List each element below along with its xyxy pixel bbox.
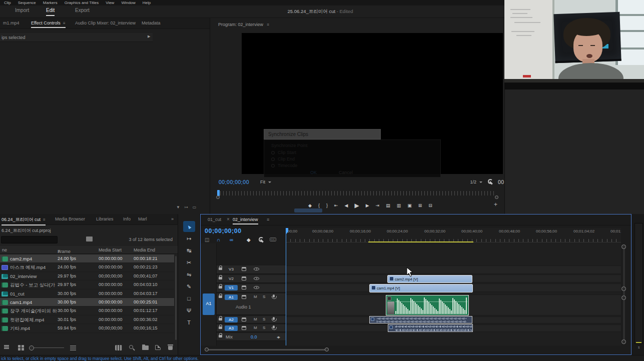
workspace-tab-export[interactable]: Export <box>75 8 90 15</box>
track-badge-a2[interactable]: A2 <box>225 317 238 322</box>
fit-dropdown[interactable]: Fit <box>260 180 271 184</box>
sync-lock-icon[interactable] <box>242 326 246 330</box>
project-tab-06-24-프리미어-cut[interactable]: 06.24_프리미어 cut≡ <box>2 216 46 226</box>
media-row-01-cut[interactable]: 01_cut30.00 fps00:00:00:0000:04:03:17 <box>0 290 174 298</box>
sync-lock-icon[interactable] <box>242 286 246 290</box>
project-tab-media-browser[interactable]: Media Browser <box>55 216 85 222</box>
track-badge-a3[interactable]: A3 <box>225 326 238 331</box>
add-marker-button[interactable]: ◆ <box>308 203 312 208</box>
timeline-horizontal-scrollbar[interactable] <box>205 348 621 352</box>
track-select-forward-tool[interactable]: ↦ <box>183 233 195 244</box>
media-row-cam1-mp4[interactable]: cam1.mp430.00 fps00:00:00:0000:00:25:01 <box>0 298 174 306</box>
mix-value[interactable]: 0.0 <box>251 334 257 340</box>
clip-cam2-audio[interactable] <box>386 295 469 316</box>
column-media-start[interactable]: Media Start <box>99 248 122 252</box>
mute-button[interactable]: M <box>254 317 257 322</box>
extract-button[interactable]: ▥ <box>397 203 401 208</box>
playhead-timecode[interactable]: 00;00;00;00 <box>219 179 249 185</box>
sync-lock-icon[interactable] <box>242 276 246 280</box>
close-icon[interactable]: × <box>227 216 230 222</box>
project-tab-libraries[interactable]: Libraries <box>96 216 114 222</box>
track-badge-v1[interactable]: V1 <box>225 285 238 290</box>
nest-toggle-icon[interactable]: ◫ <box>205 237 209 242</box>
overwrite-button[interactable]: ⊟ <box>428 203 432 208</box>
panel-menu-icon[interactable]: ≡ <box>267 217 269 222</box>
timeline-track-area[interactable]: ;00;0000;00;08;0000;00;16;0000;00;24;000… <box>286 228 621 346</box>
go-to-out-button[interactable]: ⇥ <box>376 203 380 208</box>
media-row-cam2-mp4[interactable]: cam2.mp424.00 fps00:00:00:0000:00:18:21 <box>0 254 174 263</box>
menu-clip[interactable]: Clip <box>4 0 11 5</box>
dialog-option-clip-end[interactable]: Clip End <box>271 156 295 162</box>
zoom-handle-right[interactable] <box>325 348 329 352</box>
razor-tool[interactable]: ✂ <box>183 257 195 268</box>
filter-icon[interactable]: ▼ <box>176 205 180 210</box>
program-monitor-title[interactable]: Program: 02_interview ≡ <box>218 22 269 27</box>
menu-graphics-and-titles[interactable]: Graphics and Titles <box>65 0 99 5</box>
timeline-timecode[interactable]: 00;00;00;00 <box>205 228 242 234</box>
sync-lock-icon[interactable] <box>242 267 246 271</box>
track-badge-v2[interactable]: V2 <box>225 276 238 282</box>
new-item-icon[interactable] <box>155 345 161 350</box>
workspace-tab-import[interactable]: Import <box>15 8 29 15</box>
mix-track-header[interactable]: Mix0.0◂▸ <box>217 333 286 341</box>
clip-cam1-video[interactable]: cam1.mp4 [V] <box>369 284 473 292</box>
track-header-a1[interactable]: A1MSAudio 1 <box>217 294 286 315</box>
thumbnail-zoom-slider[interactable] <box>31 348 64 348</box>
sync-lock-icon[interactable] <box>242 295 246 299</box>
timeline-vertical-scrollbar[interactable] <box>623 244 625 344</box>
mute-button[interactable]: M <box>254 294 257 299</box>
button-editor-plus[interactable]: + <box>494 201 497 208</box>
icon-view-icon[interactable] <box>18 345 21 348</box>
solo-button[interactable]: S <box>263 317 265 322</box>
track-header-v3[interactable]: V3 <box>217 266 286 274</box>
panel-tab-audio-clip-mixer-02-interview[interactable]: Audio Clip Mixer: 02_interview <box>75 20 136 26</box>
hand-tool[interactable]: Ψ <box>183 305 195 316</box>
lock-icon[interactable] <box>219 268 222 270</box>
zoom-handle-left[interactable] <box>205 348 209 352</box>
lock-icon[interactable] <box>219 277 222 280</box>
media-row-장구-개미술-개미의-하[interactable]: 장구 개미술(개미의 하30.00 fps00:00:00:0000:01:12… <box>0 306 174 315</box>
menu-window[interactable]: Window <box>121 0 135 5</box>
pen-tool[interactable]: ✎ <box>183 281 195 292</box>
expand-icon[interactable]: ▶ <box>148 34 150 38</box>
media-row-기타-mp4[interactable]: 기타.mp459.94 fps00;00;00;0000;00;16;15 <box>0 324 174 332</box>
snap-icon[interactable]: ∩ <box>217 237 220 242</box>
track-header-a2[interactable]: A2MS <box>217 316 286 324</box>
toggle-output-eye-icon[interactable] <box>254 286 259 289</box>
panel-tab-metadata[interactable]: Metadata <box>142 20 161 26</box>
lock-icon[interactable] <box>219 286 222 288</box>
media-row-컷편집예제-mp4[interactable]: 컷편집예제.mp430.01 fps00:00:00:0000:00:36:02 <box>0 316 174 324</box>
toggle-output-eye-icon[interactable] <box>254 277 259 280</box>
project-tab-marl[interactable]: Marl <box>138 216 147 222</box>
scrub-handle-left[interactable] <box>216 196 220 199</box>
step-back-button[interactable]: ◀ <box>345 203 348 208</box>
cancel-button[interactable]: Cancel <box>339 170 353 175</box>
menu-markers[interactable]: Markers <box>43 0 58 5</box>
menu-view[interactable]: View <box>106 0 114 5</box>
go-to-in-button[interactable]: ⇤ <box>334 203 338 208</box>
slip-tool[interactable]: ⇋ <box>183 269 195 280</box>
mute-button[interactable]: M <box>254 326 257 330</box>
panel-menu-icon[interactable]: ≡ <box>267 22 270 27</box>
solo-button[interactable]: S <box>263 294 265 299</box>
delete-icon[interactable] <box>168 346 173 350</box>
export-frame-button[interactable]: ▣ <box>407 203 412 208</box>
scrub-handle-right[interactable] <box>495 196 498 199</box>
project-scrollbar[interactable] <box>175 256 177 340</box>
lock-icon[interactable] <box>219 318 222 320</box>
play-button[interactable]: ▶ <box>354 202 359 209</box>
media-row-김법수-보고-싶다-가[interactable]: 김법수 - 보고 싶다(가29.97 fps00:00:00:0000:04:0… <box>0 280 174 289</box>
scroll-knob[interactable] <box>621 340 626 344</box>
program-video-area[interactable]: Synchronize Clips Synchronize Point Clip… <box>242 33 503 174</box>
new-bin-icon[interactable] <box>142 346 149 350</box>
ripple-edit-tool[interactable]: ↹ <box>183 245 195 256</box>
automate-to-sequence-icon[interactable] <box>115 345 122 350</box>
scroll-knob[interactable] <box>621 244 626 249</box>
voiceover-record-icon[interactable] <box>273 294 275 298</box>
media-row-02-interview[interactable]: 02_interview29.97 fps00;00;00;0000;00;41… <box>0 272 174 280</box>
menu-help[interactable]: Help <box>143 0 151 5</box>
export-frame-icon[interactable]: ▭ <box>193 205 197 210</box>
linked-selection-icon[interactable]: ∞ <box>230 237 233 242</box>
lock-icon[interactable] <box>219 335 222 338</box>
tab-02-interview[interactable]: 02_interview <box>233 217 258 224</box>
